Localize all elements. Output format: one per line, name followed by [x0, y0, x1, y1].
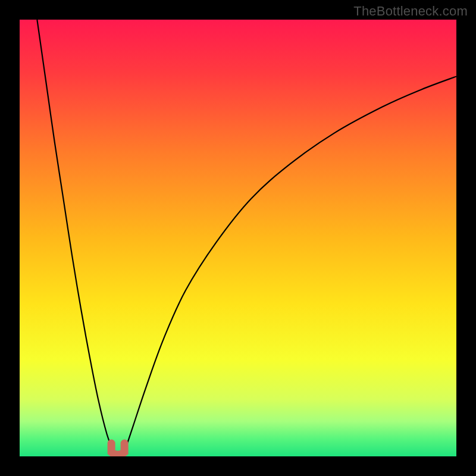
- curve-path: [37, 20, 456, 452]
- watermark-text: TheBottleneck.com: [353, 4, 468, 19]
- bottleneck-marker: [111, 443, 124, 455]
- plot-area: [20, 20, 456, 456]
- chart-frame: TheBottleneck.com: [0, 0, 476, 476]
- bottleneck-curve: [20, 20, 456, 456]
